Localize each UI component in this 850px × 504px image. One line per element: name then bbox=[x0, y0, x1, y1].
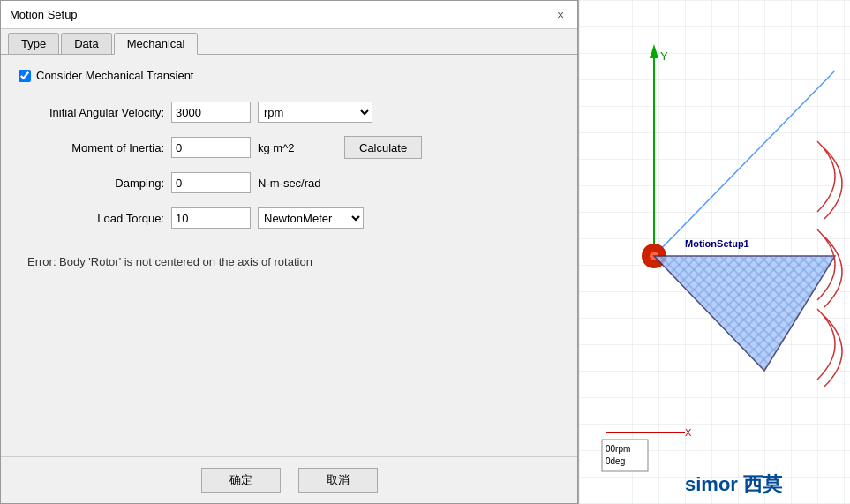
consider-transient-row: Consider Mechanical Transient bbox=[19, 69, 560, 82]
tab-type[interactable]: Type bbox=[8, 33, 59, 54]
moment-of-inertia-unit: kg m^2 bbox=[258, 141, 328, 154]
tab-data[interactable]: Data bbox=[61, 33, 111, 54]
tab-bar: Type Data Mechanical bbox=[1, 29, 577, 55]
damping-label: Damping: bbox=[19, 177, 164, 190]
moment-of-inertia-label: Moment of Inertia: bbox=[19, 141, 164, 154]
calculate-button[interactable]: Calculate bbox=[344, 136, 422, 159]
angular-velocity-input[interactable] bbox=[171, 102, 251, 123]
svg-rect-0 bbox=[579, 0, 850, 504]
angular-velocity-unit-dropdown[interactable]: rpm rad/s deg/s bbox=[258, 102, 372, 123]
canvas-grid: Y X MotionSetup1 bbox=[579, 0, 850, 504]
motion-setup-dialog: Motion Setup × Type Data Mechanical Cons… bbox=[0, 0, 578, 504]
svg-text:X: X bbox=[685, 427, 692, 438]
svg-text:0deg: 0deg bbox=[606, 456, 625, 466]
svg-text:MotionSetup1: MotionSetup1 bbox=[685, 238, 749, 249]
svg-text:00rpm: 00rpm bbox=[606, 444, 630, 454]
close-button[interactable]: × bbox=[553, 7, 568, 23]
damping-row: Damping: N-m-sec/rad bbox=[19, 170, 560, 195]
damping-input[interactable] bbox=[171, 172, 251, 193]
dialog-title: Motion Setup bbox=[10, 8, 78, 21]
load-torque-input[interactable] bbox=[171, 207, 251, 229]
confirm-button[interactable]: 确定 bbox=[201, 468, 281, 493]
moment-of-inertia-input[interactable] bbox=[171, 137, 251, 158]
svg-text:Y: Y bbox=[660, 49, 668, 63]
error-message: Error: Body 'Rotor' is not centered on t… bbox=[19, 255, 560, 268]
svg-text:simor 西莫: simor 西莫 bbox=[685, 473, 783, 495]
cancel-button[interactable]: 取消 bbox=[298, 468, 378, 493]
angular-velocity-label: Initial Angular Velocity: bbox=[19, 106, 164, 119]
moment-of-inertia-row: Moment of Inertia: kg m^2 Calculate bbox=[19, 135, 560, 160]
load-torque-label: Load Torque: bbox=[19, 212, 164, 225]
load-torque-row: Load Torque: NewtonMeter N-m lb-ft bbox=[19, 206, 560, 230]
damping-unit: N-m-sec/rad bbox=[258, 177, 328, 190]
consider-transient-label: Consider Mechanical Transient bbox=[36, 69, 193, 82]
tab-mechanical[interactable]: Mechanical bbox=[114, 33, 199, 55]
dialog-content: Consider Mechanical Transient Initial An… bbox=[1, 55, 577, 456]
angular-velocity-row: Initial Angular Velocity: rpm rad/s deg/… bbox=[19, 100, 560, 124]
load-torque-unit-dropdown[interactable]: NewtonMeter N-m lb-ft bbox=[258, 207, 364, 229]
dialog-footer: 确定 取消 bbox=[1, 456, 577, 503]
dialog-titlebar: Motion Setup × bbox=[1, 1, 577, 29]
consider-transient-checkbox[interactable] bbox=[19, 70, 31, 82]
canvas-panel: Y X MotionSetup1 bbox=[578, 0, 850, 504]
